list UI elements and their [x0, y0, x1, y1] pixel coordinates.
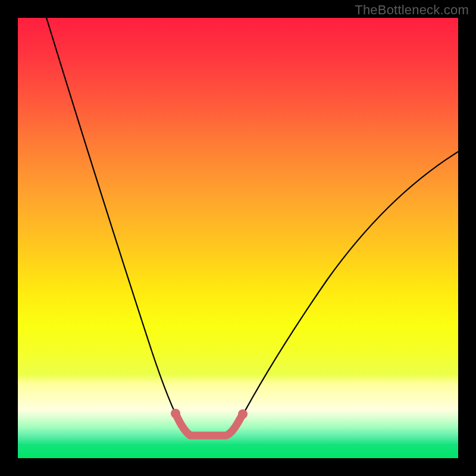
valley-highlight-segment: [176, 414, 243, 436]
curve-svg: [18, 18, 458, 458]
highlight-dot-right: [238, 409, 248, 419]
chart-frame: TheBottleneck.com: [0, 0, 476, 476]
watermark-text: TheBottleneck.com: [355, 2, 469, 18]
highlight-dot-left: [171, 409, 180, 418]
bottleneck-curve: [45, 18, 458, 436]
plot-area: [18, 18, 458, 458]
